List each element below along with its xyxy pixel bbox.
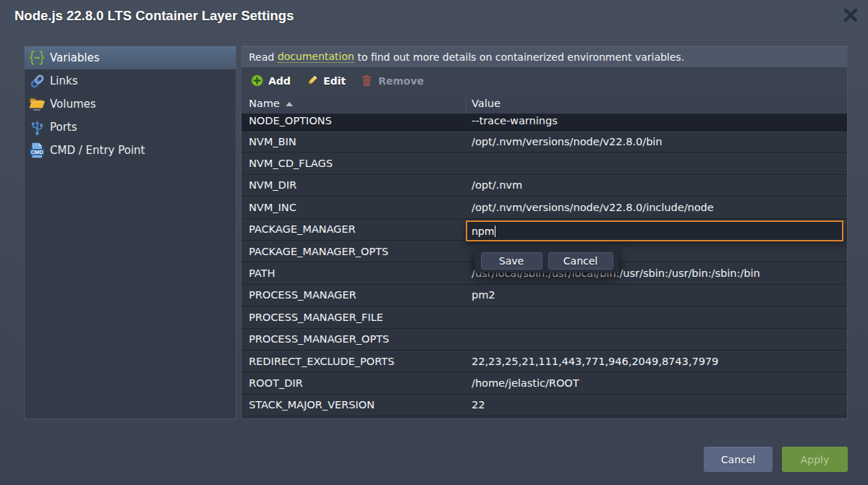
column-header-value[interactable]: Value [467, 93, 847, 113]
cell-name: NVM_INC [242, 197, 467, 218]
cell-name: REDIRECT_EXCLUDE_PORTS [242, 351, 467, 372]
volumes-icon [28, 95, 46, 113]
table-row[interactable]: PROCESS_MANAGER_FILE [242, 306, 847, 328]
edit-button[interactable]: Edit [306, 74, 346, 87]
table-row[interactable]: NVM_BIN/opt/.nvm/versions/node/v22.8.0/b… [242, 131, 847, 153]
text-caret [495, 226, 495, 237]
remove-icon [361, 74, 373, 87]
column-header-name[interactable]: Name [242, 93, 467, 113]
sidebar-item-label: Ports [50, 121, 77, 134]
editor-cancel-button[interactable]: Cancel [548, 252, 613, 270]
table-row[interactable]: PROCESS_MANAGERpm2 [242, 285, 847, 306]
table-row[interactable]: NODE_OPTIONS--trace-warnings [242, 114, 847, 131]
edit-icon [306, 74, 318, 87]
cell-value [467, 153, 847, 173]
add-button[interactable]: Add [251, 74, 291, 87]
cell-name: PACKAGE_MANAGER [242, 219, 467, 240]
cell-name: NVM_BIN [242, 131, 467, 152]
sidebar-item-variables[interactable]: Variables [25, 46, 236, 69]
row-editor-popup: Save Cancel [475, 249, 619, 272]
cell-value: 22,23,25,21,111,443,771,946,2049,8743,79… [467, 351, 847, 372]
info-text-prefix: Read [249, 51, 278, 63]
cell-name: PROCESS_MANAGER_FILE [242, 306, 467, 327]
apply-button[interactable]: Apply [782, 447, 848, 472]
add-icon [251, 74, 263, 87]
table-row[interactable]: NVM_CD_FLAGS [242, 153, 847, 174]
cell-name: PROCESS_MANAGER [242, 285, 467, 306]
cell-name: ROOT_DIR [242, 372, 467, 393]
settings-sidebar: VariablesLinksVolumesPortsCMDCMD / Entry… [24, 46, 237, 419]
table-row[interactable]: NVM_INC/opt/.nvm/versions/node/v22.8.0/i… [242, 197, 847, 218]
dialog-title: Node.js 22.8.0 LTS Container Layer Setti… [14, 8, 294, 24]
cell-value: 22 [467, 395, 847, 416]
cell-value: /opt/.nvm/versions/node/v22.8.0/bin [467, 131, 847, 152]
sidebar-item-cmd-entry-point[interactable]: CMDCMD / Entry Point [25, 139, 236, 162]
sidebar-item-ports[interactable]: Ports [25, 116, 236, 139]
cell-name: NVM_DIR [242, 175, 467, 196]
ports-icon [28, 119, 46, 136]
container-layer-settings-dialog: Node.js 22.8.0 LTS Container Layer Setti… [0, 0, 868, 485]
variables-panel: Read documentation to find out more deta… [241, 46, 848, 419]
cell-value: /opt/.nvm/versions/node/v22.8.0/include/… [467, 197, 847, 218]
cell-name: STACK_MAJOR_VERSION [242, 395, 467, 416]
info-bar: Read documentation to find out more deta… [242, 46, 847, 68]
cell-name: NODE_OPTIONS [242, 114, 467, 130]
grid-header: Name Value [242, 93, 847, 114]
sidebar-item-label: Variables [50, 51, 100, 64]
sidebar-item-label: CMD / Entry Point [50, 144, 145, 157]
remove-button[interactable]: Remove [361, 74, 424, 87]
sidebar-item-label: Links [50, 74, 78, 87]
documentation-link[interactable]: documentation [278, 51, 354, 63]
cell-value: --trace-warnings [467, 114, 847, 130]
link-icon [28, 72, 46, 90]
cmd-icon: CMD [28, 142, 46, 159]
cell-name: PROCESS_MANAGER_OPTS [242, 329, 467, 350]
variables-toolbar: Add Edit [242, 68, 847, 93]
table-row[interactable]: NVM_DIR/opt/.nvm [242, 175, 847, 197]
svg-text:CMD: CMD [31, 149, 44, 155]
cell-value [467, 329, 847, 350]
sidebar-item-links[interactable]: Links [25, 69, 236, 93]
cell-value: pm2 [467, 285, 847, 306]
variables-grid: NODE_OPTIONS--trace-warningsNVM_BIN/opt/… [242, 114, 847, 419]
cell-value: /opt/.nvm [467, 175, 847, 196]
value-edit-text: npm [472, 226, 494, 237]
sidebar-item-label: Volumes [50, 98, 96, 111]
close-icon [843, 7, 859, 23]
cell-value [467, 306, 847, 327]
sidebar-item-volumes[interactable]: Volumes [25, 93, 236, 116]
cell-name: PACKAGE_MANAGER_OPTS [242, 241, 467, 262]
value-edit-input[interactable]: npm [466, 220, 843, 241]
table-row[interactable]: ROOT_DIR/home/jelastic/ROOT [242, 372, 847, 394]
table-row[interactable]: STACK_MAJOR_VERSION22 [242, 395, 847, 416]
sort-asc-icon [286, 102, 293, 106]
table-row[interactable]: REDIRECT_EXCLUDE_PORTS22,23,25,21,111,44… [242, 351, 847, 372]
close-button[interactable] [843, 7, 859, 23]
cell-name: NVM_CD_FLAGS [242, 153, 467, 173]
table-row[interactable]: PROCESS_MANAGER_OPTS [242, 329, 847, 351]
save-button[interactable]: Save [481, 252, 542, 270]
cancel-button[interactable]: Cancel [704, 447, 773, 472]
variables-icon [28, 49, 46, 66]
info-text-suffix: to find out more details on containerize… [354, 51, 684, 63]
cell-name: PATH [242, 262, 467, 283]
cell-value: /home/jelastic/ROOT [467, 372, 847, 393]
